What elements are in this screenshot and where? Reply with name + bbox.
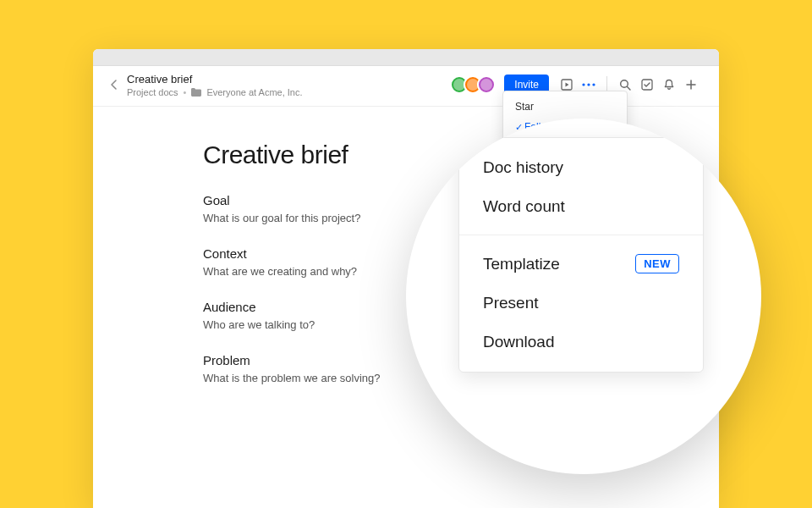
back-button[interactable] <box>107 77 122 92</box>
menu-item-word-count[interactable]: Word count <box>459 187 703 226</box>
search-icon <box>619 79 631 91</box>
folder-icon <box>191 88 201 97</box>
svg-point-2 <box>587 84 590 86</box>
menu-item-present[interactable]: Present <box>459 284 703 323</box>
avatar[interactable] <box>477 75 496 94</box>
chevron-left-icon <box>110 80 118 90</box>
doc-title: Creative brief <box>127 73 303 86</box>
collaborator-avatars[interactable] <box>450 75 496 94</box>
svg-point-3 <box>592 84 595 86</box>
menu-item-download[interactable]: Download <box>459 323 703 362</box>
menu-item-label: Present <box>483 294 538 312</box>
breadcrumb-share[interactable]: Everyone at Acme, Inc. <box>206 87 302 97</box>
new-button[interactable] <box>682 75 700 94</box>
menu-item-label: Doc history <box>483 158 563 177</box>
breadcrumb-separator: • <box>184 87 187 97</box>
title-block: Creative brief Project docs • Everyone a… <box>127 73 303 97</box>
tasks-button[interactable] <box>638 75 656 94</box>
zoom-lens: Doc history Word count Templatize NEW Pr… <box>406 119 761 474</box>
new-badge: NEW <box>635 254 679 273</box>
menu-divider <box>459 235 703 235</box>
menu-item-doc-history[interactable]: Doc history <box>459 148 703 187</box>
menu-item-label: Templatize <box>483 255 560 273</box>
utility-icons <box>614 75 702 94</box>
bell-icon <box>663 79 675 91</box>
breadcrumb-parent[interactable]: Project docs <box>127 87 178 97</box>
play-square-icon <box>561 79 573 91</box>
notifications-button[interactable] <box>660 75 678 94</box>
menu-item-label: Word count <box>483 197 565 216</box>
svg-point-1 <box>582 84 584 86</box>
zoomed-menu: Doc history Word count Templatize NEW Pr… <box>458 137 704 373</box>
svg-rect-6 <box>642 80 652 90</box>
dropdown-item-star[interactable]: Star <box>503 97 627 117</box>
checkbox-icon <box>641 79 653 91</box>
plus-icon <box>685 79 697 91</box>
menu-item-templatize[interactable]: Templatize NEW <box>459 244 703 284</box>
breadcrumb: Project docs • Everyone at Acme, Inc. <box>127 87 303 97</box>
ellipsis-icon <box>582 83 595 86</box>
svg-line-5 <box>627 87 630 91</box>
menu-item-label: Download <box>483 333 555 351</box>
browser-chrome <box>93 49 719 66</box>
